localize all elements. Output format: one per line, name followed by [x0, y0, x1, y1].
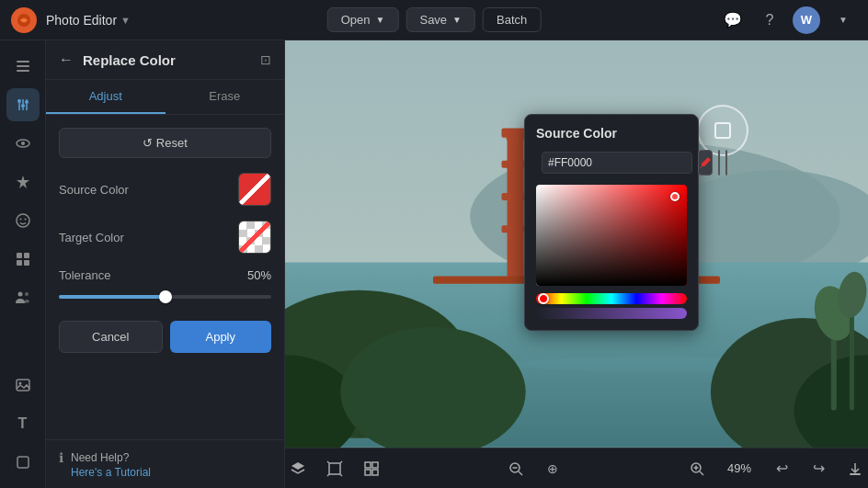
cp-transparency-swatch[interactable] [718, 150, 720, 176]
help-title: Need Help? [71, 449, 151, 466]
redo-btn[interactable]: ↪ [805, 456, 831, 482]
svg-line-74 [700, 471, 703, 475]
panel-back-btn[interactable]: ← [59, 51, 74, 68]
layers-icon[interactable] [285, 456, 311, 482]
svg-point-21 [17, 292, 22, 297]
sidebar-text-btn[interactable]: T [6, 407, 40, 440]
cp-eyedropper-btn[interactable] [698, 150, 713, 176]
svg-point-14 [17, 214, 29, 227]
svg-rect-68 [365, 470, 371, 475]
zoom-value: 49% [721, 461, 758, 475]
help-icon[interactable]: ? [756, 6, 783, 34]
cp-hex-input[interactable] [542, 152, 692, 174]
avatar[interactable]: W [793, 6, 820, 34]
svg-point-16 [24, 219, 26, 221]
sidebar-adjustments-btn[interactable] [6, 88, 40, 121]
cp-opacity-bar[interactable] [536, 308, 687, 319]
tolerance-row: Tolerance 50% [59, 268, 271, 306]
cp-gradient-swatch[interactable] [725, 150, 727, 176]
tolerance-value: 50% [247, 268, 271, 282]
panel-title: Replace Color [83, 52, 260, 68]
svg-point-24 [18, 382, 21, 385]
tolerance-slider[interactable] [59, 288, 271, 306]
target-color-row: Target Color [59, 221, 271, 254]
comment-icon[interactable]: 💬 [719, 6, 747, 34]
canvas-circle-inner [714, 122, 731, 139]
svg-line-71 [519, 471, 522, 475]
app-logo [11, 7, 37, 33]
svg-point-9 [25, 100, 29, 104]
more-options-icon[interactable]: ▼ [829, 6, 857, 34]
svg-point-22 [25, 292, 29, 296]
panel-content: ↺ Reset Source Color Target Color [46, 115, 284, 439]
sidebar-grid-btn[interactable] [6, 243, 40, 276]
tolerance-header: Tolerance 50% [59, 268, 271, 282]
topbar-center: Open ▼ Save ▼ Batch [327, 7, 542, 32]
sidebar-shapes-btn[interactable] [6, 446, 40, 479]
panel-tabs: Adjust Erase [46, 80, 284, 115]
canvas-area[interactable]: Source Color [285, 40, 868, 488]
target-color-label: Target Color [59, 231, 124, 244]
source-color-row: Source Color [59, 173, 271, 206]
cp-hue-bar[interactable] [536, 293, 687, 304]
help-link[interactable]: Here's a Tutorial [71, 466, 151, 479]
tab-adjust[interactable]: Adjust [46, 80, 166, 114]
reset-button[interactable]: ↺ Reset [59, 128, 271, 158]
zoom-reset-btn[interactable]: ⊕ [540, 456, 565, 482]
save-button[interactable]: Save ▼ [405, 7, 475, 32]
zoom-out-btn[interactable] [503, 456, 529, 482]
apply-button[interactable]: Apply [170, 321, 272, 353]
open-button[interactable]: Open ▼ [327, 7, 399, 32]
canvas-circle-button[interactable] [697, 105, 748, 156]
sidebar-image-btn[interactable] [6, 369, 40, 402]
main-layout: T ← Replace Color ⊡ Adjust Erase ↺ Reset… [0, 40, 868, 488]
panel: ← Replace Color ⊡ Adjust Erase ↺ Reset S… [46, 40, 285, 488]
help-info-icon: ℹ [59, 450, 63, 465]
source-color-label: Source Color [59, 183, 129, 197]
sidebar-effects-btn[interactable] [6, 165, 40, 199]
batch-button[interactable]: Batch [483, 7, 541, 32]
app-name: Photo Editor [46, 13, 117, 28]
tab-erase[interactable]: Erase [166, 80, 285, 114]
sidebar-people-btn[interactable] [6, 281, 40, 314]
svg-line-62 [327, 461, 329, 463]
panel-header: ← Replace Color ⊡ [46, 40, 284, 80]
target-color-swatch[interactable] [238, 221, 271, 254]
sidebar-face-btn[interactable] [6, 204, 40, 237]
sidebar-eye-btn[interactable] [6, 127, 40, 160]
bottom-toolbar: ⊕ 49% ↩ ↪ [285, 448, 868, 488]
icon-sidebar: T [0, 40, 46, 488]
cp-gradient-dark [536, 185, 687, 286]
svg-rect-19 [17, 260, 22, 266]
grid-icon[interactable] [359, 456, 384, 482]
transform-icon[interactable] [322, 456, 348, 482]
source-color-swatch[interactable] [238, 173, 271, 206]
svg-line-65 [340, 474, 342, 476]
app-chevron[interactable]: ▼ [120, 15, 131, 26]
download-btn[interactable] [842, 456, 868, 482]
svg-rect-20 [24, 260, 29, 266]
cp-hue-thumb [538, 293, 549, 304]
cp-cursor [670, 192, 680, 201]
color-picker-title: Source Color [536, 126, 687, 141]
undo-btn[interactable]: ↩ [769, 456, 794, 482]
svg-rect-69 [372, 470, 378, 475]
sidebar-layers-btn[interactable] [6, 50, 40, 83]
action-buttons: Cancel Apply [59, 321, 271, 353]
svg-point-15 [19, 219, 21, 221]
cancel-button[interactable]: Cancel [59, 321, 163, 353]
svg-rect-3 [17, 70, 29, 72]
svg-point-13 [21, 142, 25, 145]
panel-snap-btn[interactable]: ⊡ [260, 52, 271, 67]
svg-rect-2 [17, 65, 29, 67]
svg-rect-61 [329, 463, 340, 474]
topbar: Photo Editor ▼ Open ▼ Save ▼ Batch 💬 ? W… [0, 0, 868, 40]
svg-rect-67 [372, 462, 378, 468]
help-row: ℹ Need Help? Here's a Tutorial [46, 439, 284, 488]
svg-point-6 [21, 104, 25, 108]
cp-gradient-canvas[interactable] [536, 185, 687, 286]
tolerance-label: Tolerance [59, 268, 110, 282]
svg-line-63 [340, 461, 342, 463]
svg-rect-1 [17, 61, 29, 62]
zoom-in-btn[interactable] [684, 456, 710, 482]
